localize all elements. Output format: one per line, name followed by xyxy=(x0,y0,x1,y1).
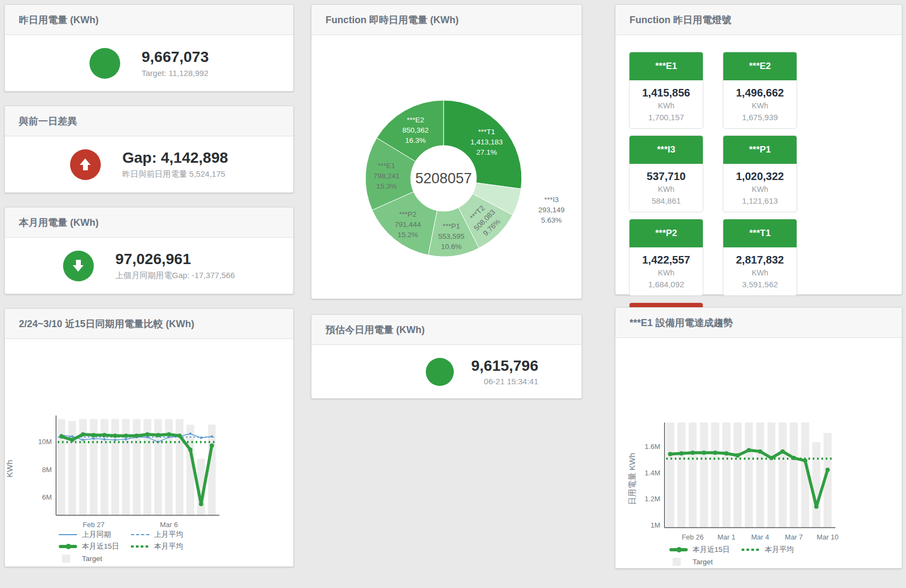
legend-label: 本月平均 xyxy=(154,542,183,551)
svg-text:***E2: ***E2 xyxy=(407,116,424,124)
svg-text:27.1%: 27.1% xyxy=(476,148,497,156)
target-bar xyxy=(767,423,776,528)
panel-yesterday-header[interactable]: 昨日用電量 (KWh) xyxy=(5,5,293,35)
light-tile: ***P11,020,322KWh1,121,613 xyxy=(723,135,797,212)
data-point xyxy=(702,451,706,455)
target-bar xyxy=(133,419,140,515)
legend-label: 本月近15日 xyxy=(82,542,119,551)
data-point xyxy=(814,504,819,509)
data-point xyxy=(758,449,762,454)
legend-swatch-icon xyxy=(62,555,70,563)
legend-label: Target xyxy=(82,555,102,563)
stat-body: Gap: 4,142,898 昨日與前日用電量 5,524,175 xyxy=(5,136,293,192)
panel-realtime-donut: Function 即時日用電量 (KWh) ***T11,413,18327.1… xyxy=(311,4,582,299)
panel-title: Function 即時日用電量 (KWh) xyxy=(326,13,459,26)
panel-estimate-header[interactable]: 預估今日用電量 (KWh) xyxy=(312,315,582,345)
data-point xyxy=(803,459,807,463)
legend-item[interactable]: 本月近15日 xyxy=(59,542,131,551)
data-point xyxy=(780,449,785,454)
stat-body: 9,615,796 06-21 15:34:41 xyxy=(312,345,582,398)
svg-text:Mar 7: Mar 7 xyxy=(785,533,803,541)
legend-label: Target xyxy=(693,558,713,566)
panel-realtime-header[interactable]: Function 即時日用電量 (KWh) xyxy=(312,5,582,35)
panel-compare-chart: 2/24~3/10 近15日同期用電量比較 (KWh) 6M8M10MFeb 2… xyxy=(4,308,294,567)
trend-chart-svg[interactable]: 1M1.2M1.4M1.6MFeb 26Mar 1Mar 4Mar 7Mar 1… xyxy=(615,338,901,568)
data-point xyxy=(189,432,191,434)
arrow-head xyxy=(73,265,84,272)
svg-text:***P2: ***P2 xyxy=(399,210,417,218)
panel-month-header[interactable]: 本月用電量 (KWh) xyxy=(5,207,293,238)
legend-swatch-icon xyxy=(59,534,77,535)
data-point xyxy=(747,448,751,452)
realtime-donut-svg[interactable]: ***T11,413,18327.1%***I3293,1495.63%***T… xyxy=(312,35,580,298)
compare-legend: 上月同期上月平均本月近15日本月平均Target xyxy=(5,529,293,564)
legend-item[interactable]: Target xyxy=(669,558,742,566)
legend-label: 上月同期 xyxy=(82,530,111,539)
svg-text:6M: 6M xyxy=(42,493,52,501)
svg-text:Mar 10: Mar 10 xyxy=(817,533,838,541)
legend-item[interactable]: 本月近15日 xyxy=(669,545,742,555)
compare-chart-area: 6M8M10MFeb 27Mar 6 KWh 上月同期上月平均本月近15日本月平… xyxy=(5,339,293,566)
svg-text:10.6%: 10.6% xyxy=(441,243,461,251)
light-tile-body: 1,496,662KWh1,675,939 xyxy=(723,80,797,128)
legend-item[interactable]: 本月平均 xyxy=(742,545,814,555)
svg-text:***E1: ***E1 xyxy=(378,162,395,170)
stat-subtitle: Target: 11,128,992 xyxy=(142,68,209,78)
panel-trend-chart: ***E1 設備用電達成趨勢 1M1.2M1.4M1.6MFeb 26Mar 1… xyxy=(615,307,902,569)
arrow-up-circle-icon xyxy=(70,149,101,180)
data-point xyxy=(92,433,96,437)
data-point xyxy=(769,456,773,460)
legend-item[interactable]: 本月平均 xyxy=(131,542,203,551)
panel-title: ***E1 設備用電達成趨勢 xyxy=(630,316,733,329)
panel-compare-header[interactable]: 2/24~3/10 近15日同期用電量比較 (KWh) xyxy=(5,309,293,339)
tile-unit: KWh xyxy=(725,100,794,112)
panel-title: 昨日用電量 (KWh) xyxy=(19,13,99,26)
panel-lights-header[interactable]: Function 昨日用電燈號 xyxy=(615,5,902,35)
light-tile-body: 1,020,322KWh1,121,613 xyxy=(723,164,797,212)
target-bar xyxy=(722,423,730,528)
data-point xyxy=(135,434,139,438)
legend-label: 上月平均 xyxy=(154,530,183,539)
data-point xyxy=(188,447,192,452)
data-point xyxy=(724,451,729,455)
stat-value: 97,026,961 xyxy=(115,251,235,268)
target-bar xyxy=(122,419,129,515)
legend-item[interactable]: Target xyxy=(59,555,131,563)
svg-text:1,413,183: 1,413,183 xyxy=(471,138,503,146)
data-point xyxy=(167,432,171,437)
tile-unit: KWh xyxy=(725,267,794,279)
stat-value: 9,615,796 xyxy=(471,357,538,375)
target-bar xyxy=(756,423,764,528)
tile-target: 1,121,613 xyxy=(725,195,794,206)
target-bar xyxy=(689,423,697,528)
data-point xyxy=(690,451,695,455)
legend-swatch-icon xyxy=(131,545,149,548)
tile-value: 1,422,557 xyxy=(632,252,701,267)
target-bar xyxy=(790,423,798,528)
light-tile-body: 2,817,832KWh3,591,562 xyxy=(723,247,797,295)
svg-text:***I3: ***I3 xyxy=(544,196,559,204)
light-tile-body: 537,710KWh584,861 xyxy=(630,164,703,212)
panel-title: 本月用電量 (KWh) xyxy=(19,216,99,229)
tile-target: 1,684,092 xyxy=(632,279,701,290)
panel-trend-header[interactable]: ***E1 設備用電達成趨勢 xyxy=(615,308,902,338)
tile-value: 2,817,832 xyxy=(725,252,794,267)
data-point xyxy=(93,437,95,439)
legend-item[interactable]: 上月平均 xyxy=(131,530,203,539)
arrow-stem xyxy=(83,165,88,170)
stat-body: 97,026,961 上個月同期用電Gap: -17,377,566 xyxy=(5,238,293,294)
svg-text:Feb 26: Feb 26 xyxy=(682,533,703,541)
light-tile: ***E21,496,662KWh1,675,939 xyxy=(723,52,797,129)
data-point xyxy=(145,432,149,437)
data-point xyxy=(668,452,672,456)
trend-legend: 本月近15日本月平均Target xyxy=(615,544,902,568)
data-point xyxy=(103,438,106,440)
tile-value: 1,020,322 xyxy=(725,169,794,184)
panel-title: Function 昨日用電燈號 xyxy=(630,13,731,26)
legend-item[interactable]: 上月同期 xyxy=(59,530,131,539)
data-point xyxy=(736,453,740,458)
target-bar xyxy=(700,423,708,528)
panel-day-gap-header[interactable]: 與前一日差異 xyxy=(5,106,293,136)
svg-text:16.3%: 16.3% xyxy=(405,136,426,144)
legend-swatch-icon xyxy=(59,545,77,548)
